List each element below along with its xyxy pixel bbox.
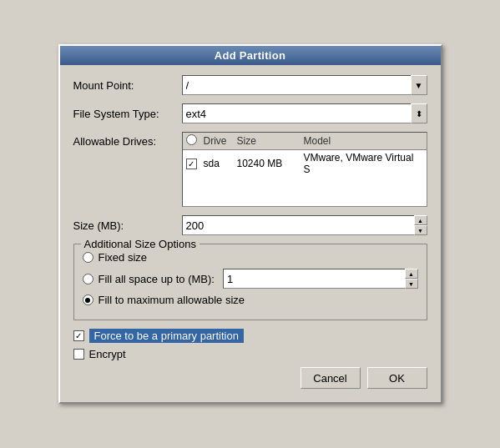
fixed-size-row: Fixed size xyxy=(83,251,418,264)
size-input[interactable] xyxy=(182,215,427,235)
fill-up-spin-buttons: ▲ ▼ xyxy=(405,269,418,289)
size-spin-down[interactable]: ▼ xyxy=(414,225,427,235)
fill-max-radio[interactable] xyxy=(83,294,93,305)
col-header-model: Model xyxy=(301,133,427,150)
encrypt-checkbox[interactable] xyxy=(73,349,84,360)
drive-model-cell: VMware, VMware Virtual S xyxy=(301,150,427,178)
drive-size-cell: 10240 MB xyxy=(234,150,301,178)
fs-type-select[interactable]: ext4 xyxy=(182,103,427,123)
size-spin-up[interactable]: ▲ xyxy=(414,215,427,225)
fill-up-spin-up[interactable]: ▲ xyxy=(405,269,418,279)
fill-up-radio[interactable] xyxy=(83,274,93,284)
fs-type-select-wrapper: ext4 ⬍ xyxy=(182,103,427,123)
additional-size-section: Additional Size Options Fixed size Fill … xyxy=(73,244,427,320)
col-header-check xyxy=(183,133,200,150)
title-text: Add Partition xyxy=(215,49,286,62)
fixed-size-label[interactable]: Fixed size xyxy=(98,251,148,264)
force-primary-checkbox[interactable] xyxy=(73,330,84,341)
ok-button[interactable]: OK xyxy=(367,367,427,389)
mount-point-select[interactable]: / xyxy=(182,75,427,95)
additional-legend: Additional Size Options xyxy=(81,238,199,250)
drive-name-cell: sda xyxy=(200,150,234,178)
size-spin-buttons: ▲ ▼ xyxy=(414,215,427,235)
dialog-content: Mount Point: / ▼ File System Type: ext4 … xyxy=(60,65,441,402)
fill-up-input[interactable] xyxy=(223,269,418,289)
fs-type-label: File System Type: xyxy=(73,108,182,120)
mount-point-label: Mount Point: xyxy=(73,79,182,92)
drive-checkbox[interactable] xyxy=(186,159,197,169)
table-row[interactable]: sda 10240 MB VMware, VMware Virtual S xyxy=(183,150,427,178)
col-header-size: Size xyxy=(234,133,301,150)
col-header-drive: Drive xyxy=(200,133,234,150)
encrypt-row: Encrypt xyxy=(73,348,427,360)
force-primary-row: Force to be a primary partition xyxy=(73,329,427,343)
fill-up-row: Fill all space up to (MB): ▲ ▼ xyxy=(83,269,418,289)
buttons-row: Cancel OK xyxy=(73,367,427,392)
mount-point-select-wrapper: / ▼ xyxy=(182,75,427,95)
size-label: Size (MB): xyxy=(73,219,182,232)
header-radio-icon xyxy=(186,134,197,145)
drives-table-wrapper: Drive Size Model sda 10240 MB VMwar xyxy=(182,132,427,207)
mount-point-row: Mount Point: / ▼ xyxy=(73,75,427,95)
fill-max-row: Fill to maximum allowable size xyxy=(83,294,418,306)
fill-max-label[interactable]: Fill to maximum allowable size xyxy=(98,294,245,306)
add-partition-dialog: Add Partition Mount Point: / ▼ File Syst… xyxy=(58,44,442,404)
size-spin-wrapper: ▲ ▼ xyxy=(182,215,427,235)
fill-up-label[interactable]: Fill all space up to (MB): xyxy=(98,273,215,285)
drive-check-cell[interactable] xyxy=(183,150,200,178)
fs-type-row: File System Type: ext4 ⬍ xyxy=(73,103,427,123)
dialog-title: Add Partition xyxy=(60,46,441,65)
drives-header-row: Drive Size Model xyxy=(183,133,427,150)
size-row: Size (MB): ▲ ▼ xyxy=(73,215,427,235)
fill-up-spin-down[interactable]: ▼ xyxy=(405,279,418,289)
drives-section: Allowable Drives: Drive Size Model xyxy=(73,132,427,207)
encrypt-label[interactable]: Encrypt xyxy=(89,348,126,360)
fill-up-spin-wrapper: ▲ ▼ xyxy=(223,269,418,289)
drives-label: Allowable Drives: xyxy=(73,132,182,148)
drives-table: Drive Size Model sda 10240 MB VMwar xyxy=(183,133,427,177)
force-primary-label[interactable]: Force to be a primary partition xyxy=(89,329,244,343)
cancel-button[interactable]: Cancel xyxy=(301,367,361,389)
fixed-size-radio[interactable] xyxy=(83,252,93,263)
